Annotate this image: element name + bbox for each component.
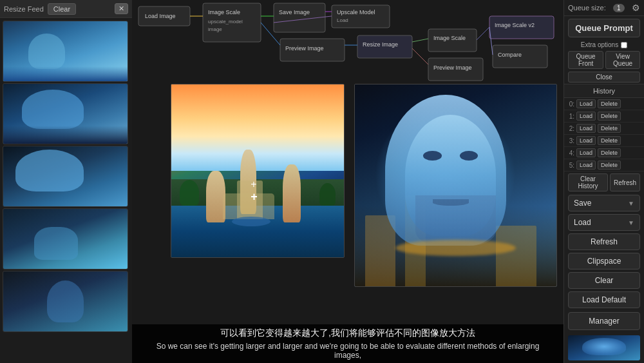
svg-text:upscale_model: upscale_model <box>208 19 243 25</box>
history-load-1[interactable]: Load <box>576 112 596 121</box>
subtitle-bar: 可以看到它变得越来越大了,我们将能够评估不同的图像放大方法 So we can … <box>132 324 564 363</box>
svg-text:Save Image: Save Image <box>279 9 310 15</box>
image-frame-right <box>354 84 557 287</box>
svg-text:Image Scale v2: Image Scale v2 <box>495 22 535 28</box>
right-panel: Queue size: 1 ⚙ Queue Prompt Extra optio… <box>564 0 644 363</box>
history-list: 0: Load Delete 1: Load Delete 2: Load De… <box>564 98 644 172</box>
thumbnail-panel: Resize Feed Clear ✕ <box>0 0 132 363</box>
clear-button[interactable]: Clear <box>568 272 640 289</box>
history-delete-3[interactable]: Delete <box>598 136 621 145</box>
queue-count-badge: 1 <box>613 4 625 12</box>
close-panel-button[interactable]: ✕ <box>115 3 128 14</box>
history-row: 0: Load Delete <box>564 98 644 110</box>
thumbnail-item[interactable] <box>3 208 128 270</box>
settings-icon[interactable]: ⚙ <box>632 3 640 13</box>
canvas-area[interactable]: Load Image Image Scale upscale_model ima… <box>132 0 564 363</box>
load-arrow-icon: ▼ <box>628 219 634 226</box>
history-actions-row: Clear History Refresh <box>564 172 644 193</box>
subtitle-english: So we can see it's getting larger and la… <box>145 342 551 360</box>
history-load-0[interactable]: Load <box>576 99 596 108</box>
subtitle-chinese: 可以看到它变得越来越大了,我们将能够评估不同的图像放大方法 <box>220 328 475 339</box>
history-row: 5: Load Delete <box>564 159 644 172</box>
svg-text:Upscale Model: Upscale Model <box>337 9 375 15</box>
svg-text:Resize Image: Resize Image <box>363 41 398 48</box>
extra-options-checkbox[interactable] <box>621 42 627 48</box>
history-delete-4[interactable]: Delete <box>598 148 621 157</box>
thumbnail-item[interactable] <box>3 146 128 207</box>
queue-actions-row: Queue Front View Queue <box>564 50 644 70</box>
manager-button[interactable]: Manager <box>568 312 640 330</box>
save-button[interactable]: Save ▼ <box>568 195 640 211</box>
thumbnail-list <box>0 18 132 335</box>
image-frame-left[interactable]: + <box>171 84 345 258</box>
svg-text:Load: Load <box>337 17 348 23</box>
history-delete-0[interactable]: Delete <box>598 99 621 108</box>
queue-prompt-button[interactable]: Queue Prompt <box>568 19 640 37</box>
svg-text:Preview Image: Preview Image <box>433 64 472 71</box>
history-load-5[interactable]: Load <box>576 161 596 170</box>
svg-text:image: image <box>208 26 222 32</box>
mini-preview <box>568 335 640 360</box>
svg-text:Compare: Compare <box>498 52 522 58</box>
save-arrow-icon: ▼ <box>628 200 634 207</box>
load-default-button[interactable]: Load Default <box>568 291 640 308</box>
thumbnail-header: Resize Feed Clear ✕ <box>0 0 132 18</box>
clipspace-button[interactable]: Clipspace <box>568 253 640 270</box>
svg-text:Load Image: Load Image <box>145 13 176 19</box>
history-row: 3: Load Delete <box>564 135 644 147</box>
thumbnail-item[interactable] <box>3 83 128 144</box>
close-queue-button[interactable]: Close <box>568 72 640 83</box>
extra-options-label: Extra options <box>581 41 618 48</box>
thumbnail-item[interactable] <box>3 271 128 332</box>
load-button[interactable]: Load ▼ <box>568 214 640 231</box>
svg-text:Image Scale: Image Scale <box>433 35 466 41</box>
history-load-3[interactable]: Load <box>576 136 596 145</box>
history-row: 4: Load Delete <box>564 147 644 159</box>
clear-thumbnails-button[interactable]: Clear <box>48 3 76 15</box>
queue-size-row: Queue size: 1 ⚙ <box>564 0 644 16</box>
refresh-history-button[interactable]: Refresh <box>610 173 640 191</box>
history-load-2[interactable]: Load <box>576 124 596 133</box>
history-row: 2: Load Delete <box>564 123 644 135</box>
app-container: Resize Feed Clear ✕ <box>0 0 644 363</box>
clear-history-button[interactable]: Clear History <box>568 173 608 191</box>
history-delete-1[interactable]: Delete <box>598 112 621 121</box>
extra-options-row: Extra options <box>564 40 644 50</box>
history-section-title: History <box>564 84 644 98</box>
view-queue-button[interactable]: View Queue <box>605 51 640 69</box>
queue-front-button[interactable]: Queue Front <box>568 51 603 69</box>
history-row: 1: Load Delete <box>564 110 644 123</box>
history-delete-2[interactable]: Delete <box>598 124 621 133</box>
queue-size-label: Queue size: <box>568 4 606 12</box>
history-delete-5[interactable]: Delete <box>598 161 621 170</box>
refresh-button[interactable]: Refresh <box>568 233 640 250</box>
svg-text:Image Scale: Image Scale <box>208 9 240 15</box>
thumbnail-item[interactable] <box>3 21 128 82</box>
history-load-4[interactable]: Load <box>576 148 596 157</box>
app-title: Resize Feed <box>4 5 44 13</box>
svg-text:Preview Image: Preview Image <box>285 45 324 52</box>
node-graph: Load Image Image Scale upscale_model ima… <box>132 0 564 93</box>
